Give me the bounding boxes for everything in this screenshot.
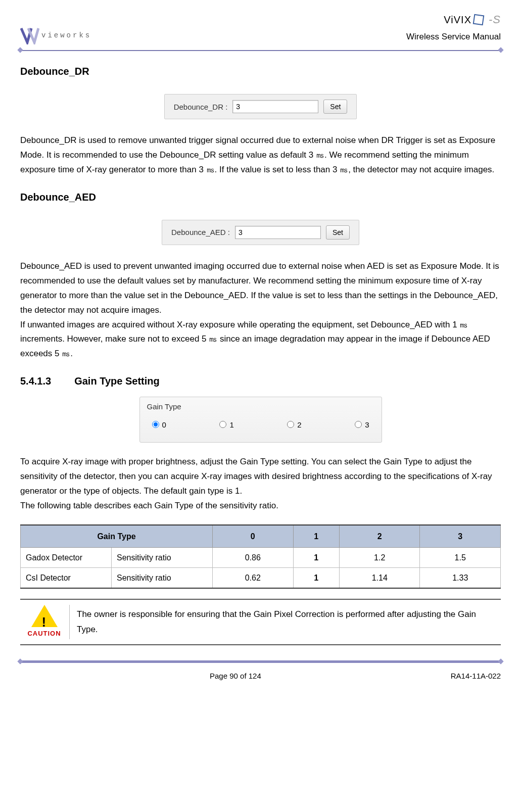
- header-right: ViVIX -S Wireless Service Manual: [406, 10, 501, 44]
- product-logo: ViVIX -S: [444, 10, 501, 29]
- table-cell: Gadox Detector: [21, 547, 112, 567]
- diamond-icon: [498, 47, 503, 53]
- gain-radio-1[interactable]: [219, 421, 226, 428]
- table-header: 0: [213, 525, 294, 548]
- table-row: Gadox Detector Sensitivity ratio 0.86 1 …: [21, 547, 501, 567]
- debounce-aed-ui: Debounce_AED : Set: [162, 220, 359, 245]
- caution-text: The owner is responsible for ensuring th…: [77, 607, 497, 638]
- footer-page-number: Page 90 of 124: [20, 670, 451, 683]
- vieworks-icon: [20, 27, 39, 44]
- section-title-debounce-aed: Debounce_AED: [20, 188, 501, 206]
- manual-title: Wireless Service Manual: [406, 30, 501, 44]
- gain-radio-3[interactable]: [355, 421, 362, 428]
- gain-radio-2[interactable]: [287, 421, 294, 428]
- table-cell: 0.62: [213, 568, 294, 589]
- gain-option-0[interactable]: 0: [152, 418, 166, 432]
- table-cell: 1.5: [420, 547, 501, 567]
- debounce-dr-ui: Debounce_DR : Set: [164, 94, 357, 119]
- product-logo-box-icon: [473, 14, 485, 25]
- debounce-dr-paragraph: Debounce_DR is used to remove unwanted t…: [20, 133, 501, 177]
- table-cell: 1.14: [339, 568, 420, 589]
- gain-option-label: 2: [297, 418, 301, 432]
- diamond-icon: [498, 659, 503, 664]
- gain-type-widget-title: Gain Type: [147, 400, 374, 413]
- gain-option-label: 1: [229, 418, 233, 432]
- table-header: 1: [293, 525, 339, 548]
- footer-rule: [20, 660, 501, 664]
- table-cell: 1: [293, 547, 339, 567]
- debounce-aed-label: Debounce_AED :: [171, 226, 230, 239]
- footer-doc-number: RA14-11A-022: [451, 670, 501, 683]
- table-cell: Sensitivity ratio: [112, 568, 213, 589]
- gain-option-label: 0: [162, 418, 166, 432]
- gain-radio-0[interactable]: [152, 421, 159, 428]
- table-header-row: Gain Type 0 1 2 3: [21, 525, 501, 548]
- product-logo-text: ViVIX: [444, 11, 471, 28]
- section-title-debounce-dr: Debounce_DR: [20, 63, 501, 80]
- debounce-dr-set-button[interactable]: Set: [323, 100, 347, 114]
- debounce-aed-set-button[interactable]: Set: [326, 225, 350, 240]
- gain-option-1[interactable]: 1: [219, 418, 233, 432]
- gain-option-2[interactable]: 2: [287, 418, 301, 432]
- page-header: vieworks ViVIX -S Wireless Service Manua…: [20, 10, 501, 44]
- table-cell: CsI Detector: [21, 568, 112, 589]
- gain-type-paragraph: To acquire X-ray image with proper brigh…: [20, 455, 501, 513]
- gain-option-3[interactable]: 3: [355, 418, 369, 432]
- debounce-aed-input[interactable]: [235, 226, 321, 239]
- table-row: CsI Detector Sensitivity ratio 0.62 1 1.…: [21, 568, 501, 589]
- caution-icon-block: ! CAUTION: [24, 605, 70, 639]
- gain-type-table: Gain Type 0 1 2 3 Gadox Detector Sensiti…: [20, 524, 501, 589]
- gain-type-widget: Gain Type 0 1 2 3: [139, 397, 382, 443]
- table-cell: 1.2: [339, 547, 420, 567]
- table-cell: 1: [293, 568, 339, 589]
- gain-option-label: 3: [365, 418, 369, 432]
- table-header: Gain Type: [21, 525, 213, 548]
- debounce-aed-paragraph: Debounce_AED is used to prevent unwanted…: [20, 259, 501, 361]
- table-cell: 1.33: [420, 568, 501, 589]
- table-header: 2: [339, 525, 420, 548]
- section-heading-gain-type: 5.4.1.3 Gain Type Setting: [20, 372, 501, 390]
- product-logo-suffix: -S: [489, 10, 501, 29]
- table-cell: 0.86: [213, 547, 294, 567]
- brand-logo: vieworks: [20, 27, 91, 44]
- brand-text: vieworks: [41, 30, 91, 42]
- diamond-icon: [17, 659, 23, 664]
- table-cell: Sensitivity ratio: [112, 547, 213, 567]
- table-header: 3: [420, 525, 501, 548]
- section-number: 5.4.1.3: [20, 372, 51, 390]
- page-footer: Page 90 of 124 RA14-11A-022: [20, 670, 501, 683]
- caution-box: ! CAUTION The owner is responsible for e…: [20, 599, 501, 645]
- header-rule: [20, 49, 501, 52]
- section-title-gain-type: Gain Type Setting: [74, 372, 160, 390]
- warning-triangle-icon: !: [31, 605, 58, 627]
- diamond-icon: [17, 47, 23, 53]
- debounce-dr-label: Debounce_DR :: [174, 101, 228, 114]
- debounce-dr-input[interactable]: [232, 100, 318, 113]
